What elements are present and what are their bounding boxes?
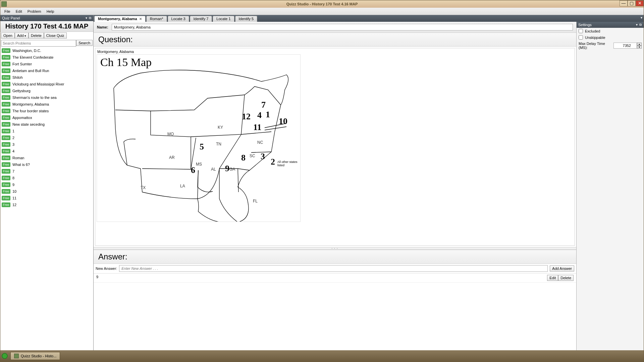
excluded-checkbox[interactable] [579, 29, 583, 33]
problem-label: New state seceding [12, 122, 45, 126]
name-field[interactable] [112, 24, 573, 31]
problem-item[interactable]: FreeVicksburg and Mississippi River [0, 81, 93, 87]
problem-item[interactable]: FreeThe Elevent Confederate [0, 54, 93, 61]
problem-item[interactable]: Free10 [0, 188, 93, 195]
new-answer-input[interactable] [119, 265, 548, 272]
spin-up-icon[interactable]: ▲ [637, 43, 642, 46]
problem-item[interactable]: FreeGettysburg [0, 87, 93, 94]
problem-label: 10 [12, 189, 16, 193]
problem-item[interactable]: Free2 [0, 134, 93, 141]
search-input[interactable] [1, 40, 76, 47]
delay-input[interactable] [613, 43, 637, 49]
free-tag: Free [2, 62, 10, 66]
problem-item[interactable]: Free7 [0, 168, 93, 175]
problem-label: 1 [12, 129, 14, 133]
quiz-title: History 170 Test 4.16 MAP [0, 21, 93, 32]
map-number: 10 [279, 116, 287, 126]
add-answer-button[interactable]: Add Answer [550, 265, 574, 272]
settings-panel: Settings ▾ ⧉ Excluded Unskippable Max De… [577, 22, 644, 350]
close-button[interactable]: ✕ [636, 0, 644, 6]
state-label: AR [169, 155, 175, 160]
state-label: AL [211, 167, 216, 172]
tab[interactable]: Identify 7 [190, 16, 212, 22]
problem-label: Fort Sumter [12, 62, 32, 66]
answer-row: 9EditDelete [94, 274, 576, 283]
search-button[interactable]: Search [76, 40, 93, 46]
add-button[interactable]: Add [15, 33, 29, 39]
problem-label: 7 [12, 169, 14, 173]
delete-answer-button[interactable]: Delete [558, 275, 574, 281]
menu-help[interactable]: Help [44, 9, 57, 13]
delete-button[interactable]: Delete [29, 33, 44, 39]
problem-item[interactable]: Free4 [0, 148, 93, 155]
close-icon[interactable]: ✕ [139, 17, 142, 21]
tab[interactable]: Locate 1 [213, 16, 234, 22]
problem-item[interactable]: FreeWashington, D.C. [0, 47, 93, 54]
problem-item[interactable]: FreeAntietam and Bull Run [0, 67, 93, 74]
problem-item[interactable]: Free11 [0, 195, 93, 201]
free-tag: Free [2, 95, 10, 100]
problem-label: Montgomery, Alabama [12, 102, 49, 106]
problem-item[interactable]: Free8 [0, 175, 93, 181]
maximize-button[interactable]: ▢ [628, 0, 636, 6]
state-label: SC [250, 154, 255, 158]
problem-item[interactable]: FreeWhat is 6? [0, 161, 93, 168]
close-quiz-button[interactable]: Close Quiz [44, 33, 67, 39]
problem-item[interactable]: Free1 [0, 128, 93, 134]
problem-item[interactable]: FreeSherman's route to the sea [0, 94, 93, 101]
unskippable-checkbox[interactable] [579, 35, 583, 40]
tab[interactable]: Identify 5 [235, 16, 258, 22]
map-number: 1 [266, 110, 270, 120]
map-number: 12 [242, 112, 251, 122]
map-number: 7 [261, 100, 266, 110]
titlebar: Quizz Studio - History 170 Test 4.16 MAP… [0, 0, 644, 8]
problem-item[interactable]: FreeAppomattox [0, 114, 93, 121]
tab-label: Identify 5 [239, 17, 254, 21]
menu-edit[interactable]: Edit [13, 9, 25, 13]
free-tag: Free [2, 202, 10, 207]
tab[interactable]: Locate 3 [168, 16, 189, 22]
tab[interactable]: Roman* [146, 16, 167, 22]
spin-down-icon[interactable]: ▼ [637, 46, 642, 49]
tab[interactable]: Montgomery, Alabama✕ [94, 16, 146, 22]
state-label: MO [167, 132, 174, 136]
problem-item[interactable]: Free3 [0, 141, 93, 148]
free-tag: Free [2, 189, 10, 194]
problem-item[interactable]: FreeFort Sumter [0, 61, 93, 67]
free-tag: Free [2, 48, 10, 53]
splitter-handle[interactable]: • • • [94, 247, 576, 250]
tab-label: Locate 1 [216, 17, 230, 21]
problem-label: 4 [12, 149, 14, 153]
taskbar-item[interactable]: Quizz Studio - Histo... [10, 352, 60, 360]
map-number: 6 [191, 165, 195, 175]
start-button[interactable] [2, 353, 8, 359]
problem-label: Gettysburg [12, 89, 31, 93]
map-number: 5 [200, 142, 204, 152]
panel-controls-icon[interactable]: ▾ ⧉ [636, 22, 642, 28]
problem-item[interactable]: FreeRoman [0, 155, 93, 161]
problem-item[interactable]: FreeThe four border states [0, 108, 93, 114]
state-label: TN [216, 142, 221, 146]
problem-item[interactable]: Free12 [0, 201, 93, 208]
free-tag: Free [2, 102, 10, 107]
open-button[interactable]: Open [1, 33, 15, 39]
map-number: 4 [257, 110, 262, 120]
menu-file[interactable]: File [2, 9, 13, 13]
free-tag: Free [2, 122, 10, 127]
tabs-row: Montgomery, Alabama✕Roman*Locate 3Identi… [94, 15, 644, 22]
problem-item[interactable]: Free9 [0, 181, 93, 188]
panel-controls-icon[interactable]: ▾ ⧉ [86, 15, 92, 21]
problem-label: Shiloh [12, 75, 23, 79]
problem-item[interactable]: FreeNew state seceding [0, 121, 93, 128]
problem-item[interactable]: FreeMontgomery, Alabama [0, 101, 93, 108]
answer-value: 9 [96, 275, 547, 281]
taskbar-item-label: Quizz Studio - Histo... [21, 354, 56, 358]
minimize-button[interactable]: — [620, 0, 628, 6]
edit-answer-button[interactable]: Edit [547, 275, 558, 281]
free-tag: Free [2, 196, 10, 200]
menu-problem[interactable]: Problem [25, 9, 44, 13]
problem-label: 3 [12, 142, 14, 146]
problem-item[interactable]: FreeShiloh [0, 74, 93, 81]
tabs-overflow-icon[interactable]: ▾ [641, 16, 642, 19]
question-area[interactable]: Montgomery, Alabama Ch 15 Map [95, 48, 575, 246]
